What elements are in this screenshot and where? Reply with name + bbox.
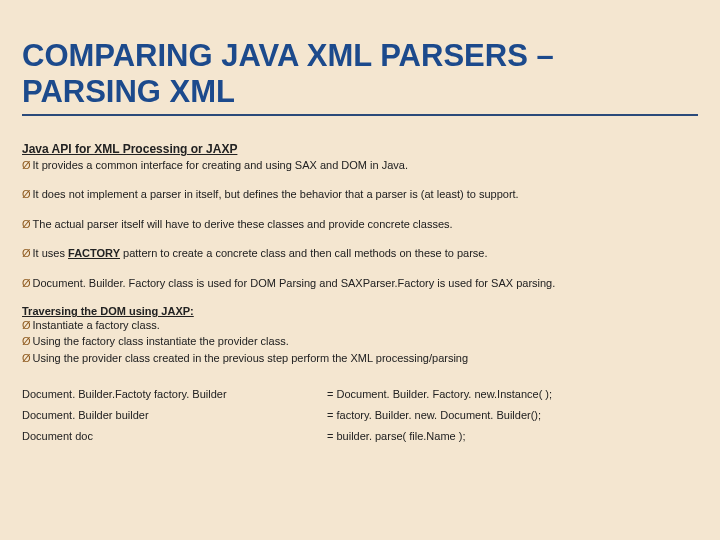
code-line: Document doc xyxy=(22,426,327,447)
code-line: Document. Builder builder xyxy=(22,405,327,426)
step-item: Ø Using the factory class instantiate th… xyxy=(22,334,698,349)
bullet-icon: Ø xyxy=(22,318,31,333)
bullet-text: The actual parser itself will have to de… xyxy=(33,217,698,232)
code-line: = factory. Builder. new. Document. Build… xyxy=(327,405,698,426)
bullet-text: It provides a common interface for creat… xyxy=(33,158,698,173)
step-text: Instantiate a factory class. xyxy=(33,318,698,333)
bullet-text: It does not implement a parser in itself… xyxy=(33,187,698,202)
code-right-column: = Document. Builder. Factory. new.Instan… xyxy=(327,384,698,447)
bullet-item: Ø It provides a common interface for cre… xyxy=(22,158,698,173)
bullet-icon: Ø xyxy=(22,217,31,232)
code-line: = Document. Builder. Factory. new.Instan… xyxy=(327,384,698,405)
bullet-item: Ø The actual parser itself will have to … xyxy=(22,217,698,232)
bullet-post: pattern to create a concrete class and t… xyxy=(120,247,488,259)
bullet-item: Ø Document. Builder. Factory class is us… xyxy=(22,276,698,291)
bullet-icon: Ø xyxy=(22,158,31,173)
bullet-icon: Ø xyxy=(22,276,31,291)
bullet-item: Ø It uses FACTORY pattern to create a co… xyxy=(22,246,698,261)
bullet-icon: Ø xyxy=(22,246,31,261)
bullet-icon: Ø xyxy=(22,334,31,349)
page-title: COMPARING JAVA XML PARSERS – PARSING XML xyxy=(22,38,698,116)
code-block: Document. Builder.Factoty factory. Build… xyxy=(22,384,698,447)
step-item: Ø Instantiate a factory class. xyxy=(22,318,698,333)
step-item: Ø Using the provider class created in th… xyxy=(22,351,698,366)
code-line: Document. Builder.Factoty factory. Build… xyxy=(22,384,327,405)
bullet-pre: It uses xyxy=(33,247,68,259)
section-title: Java API for XML Processing or JAXP xyxy=(22,142,698,156)
bullet-icon: Ø xyxy=(22,187,31,202)
code-left-column: Document. Builder.Factoty factory. Build… xyxy=(22,384,327,447)
bullet-text: Document. Builder. Factory class is used… xyxy=(33,276,698,291)
step-text: Using the factory class instantiate the … xyxy=(33,334,698,349)
bullet-bold: FACTORY xyxy=(68,247,120,259)
step-text: Using the provider class created in the … xyxy=(33,351,698,366)
bullet-text: It uses FACTORY pattern to create a conc… xyxy=(33,246,698,261)
bullet-item: Ø It does not implement a parser in itse… xyxy=(22,187,698,202)
bullet-icon: Ø xyxy=(22,351,31,366)
code-line: = builder. parse( file.Name ); xyxy=(327,426,698,447)
subheading: Traversing the DOM using JAXP: xyxy=(22,305,698,317)
